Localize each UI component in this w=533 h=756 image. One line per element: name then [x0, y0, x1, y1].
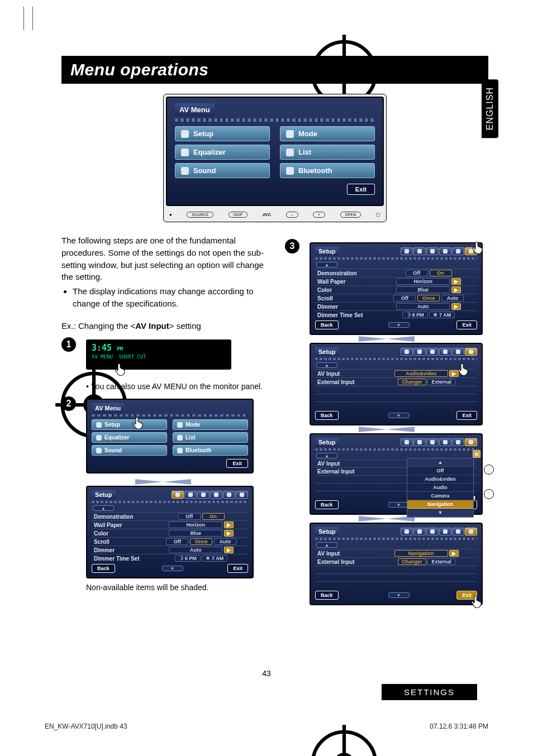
list-icon — [177, 435, 183, 441]
screen-transition-icon — [353, 427, 420, 432]
table-row: DimmerAuto ▶ — [92, 546, 248, 554]
gear-icon — [181, 130, 189, 138]
menu-item-mode[interactable]: Mode — [280, 126, 375, 141]
callout-1: 1 — [484, 489, 494, 499]
exit-button[interactable]: Exit — [347, 184, 375, 195]
footer-left: EN_KW-AVX710[U].indb 43 — [45, 722, 127, 730]
lang-tab-icon — [227, 492, 231, 497]
table-row: Wall PaperHorizon ▶ — [92, 521, 248, 529]
menu-item-bluetooth[interactable]: Bluetooth — [173, 445, 248, 456]
menu-item-list[interactable]: List — [280, 145, 375, 160]
screen-transition-icon — [130, 479, 197, 485]
hand-icon — [470, 240, 486, 256]
menu-item-sound[interactable]: Sound — [175, 163, 270, 178]
hand-icon — [456, 362, 472, 377]
display-tab-icon — [175, 492, 180, 497]
menu-item-setup[interactable]: Setup — [175, 126, 270, 141]
step-2-badge: 2 — [61, 396, 76, 411]
menu-item-list[interactable]: List — [173, 432, 248, 443]
device-button-bar: ● SOURCE DISP JVC – + OPEN ▢ — [166, 209, 384, 219]
step-1-badge: 1 — [61, 337, 76, 352]
intro-bullet: The display indications may change accor… — [73, 285, 265, 310]
footer-right: 07.12.6 3:31:48 PM — [430, 722, 488, 730]
speaker-icon — [181, 167, 189, 175]
hand-icon — [113, 362, 129, 377]
menu-item-sound[interactable]: Sound — [92, 445, 167, 456]
av-menu-title: AV Menu — [175, 103, 215, 116]
brightness-icon — [286, 130, 294, 138]
chevron-right-icon[interactable]: ▶ — [224, 547, 234, 553]
av-input-dropdown[interactable]: ▲ Off Audio&video Audio Camera Navigatio… — [407, 458, 474, 518]
open-button[interactable]: OPEN — [340, 212, 361, 218]
brightness-icon — [177, 422, 183, 428]
menu-item-mode[interactable]: Mode — [173, 419, 248, 430]
table-row: Dimmer Time Set☽ 6 PM ☀ 7 AM — [92, 554, 248, 563]
setup-screen: Setup ▲ AV InputNavigation ▶ External In… — [310, 523, 483, 605]
scroll-up-button[interactable]: ▲ — [93, 505, 114, 511]
back-button[interactable]: Back — [92, 564, 115, 573]
list-icon — [286, 149, 294, 156]
gear-icon — [96, 422, 102, 428]
disp-button[interactable]: DISP — [229, 212, 248, 218]
source-button[interactable]: SOURCE — [187, 212, 213, 218]
hand-icon — [469, 594, 485, 610]
monitor-panel-strip: 3:45 PM AV MENU SHORT CUT — [86, 339, 231, 370]
page-number: 43 — [262, 669, 271, 678]
table-row: ColorBlue ▶ — [92, 529, 248, 538]
intro-paragraph: The following steps are one of the funda… — [61, 235, 265, 283]
av-menu-screen: AV Menu Setup Mode Equalizer List Sound … — [166, 97, 384, 206]
chevron-right-icon[interactable]: ▶ — [224, 530, 234, 537]
close-dropdown-button[interactable]: ✕ — [473, 450, 480, 458]
step-3-badge: 3 — [285, 239, 299, 253]
tuner-tab-icon — [214, 492, 218, 497]
screen-transition-icon — [353, 336, 420, 342]
scroll-down-button[interactable]: ▼ — [162, 566, 183, 571]
chevron-right-icon[interactable]: ▶ — [224, 521, 234, 528]
table-row: ScrollOff Once Auto — [92, 538, 248, 546]
equalizer-icon — [181, 149, 189, 156]
bluetooth-icon — [177, 448, 183, 453]
setup-screen: Setup ▲ DemonstrationOff On — [86, 486, 254, 578]
exit-button[interactable]: Exit — [456, 320, 477, 329]
brand-logo: JVC — [263, 212, 272, 217]
exit-button[interactable]: Exit — [227, 564, 248, 573]
clock-tab-icon — [188, 492, 193, 497]
setup-screen: Setup ▲ DemonstrationOff On Wall PaperHo… — [310, 242, 483, 335]
language-tab: ENGLISH — [482, 79, 498, 138]
equalizer-icon — [96, 435, 102, 441]
input-tab-icon — [240, 492, 244, 497]
exit-button[interactable]: Exit — [226, 459, 248, 468]
scroll-up-button[interactable]: ▲ — [316, 262, 337, 267]
speaker-icon — [96, 448, 102, 453]
table-row: DemonstrationOff On — [92, 513, 248, 521]
setup-screen-dropdown: Setup ▲ AV Input External Input ✕ ▲ Off — [310, 433, 483, 515]
non-available-note: Non-available items will be shaded. — [86, 583, 265, 592]
av-menu-screen-small: AV Menu Setup Mode Equalizer List Sound … — [86, 399, 254, 473]
bluetooth-icon — [286, 167, 294, 175]
setup-tabs[interactable] — [401, 247, 477, 255]
menu-item-setup[interactable]: Setup — [92, 419, 167, 430]
hand-icon — [131, 415, 146, 431]
back-button[interactable]: Back — [315, 320, 339, 329]
disc-tab-icon — [201, 492, 206, 497]
setup-tabs[interactable] — [172, 491, 248, 499]
menu-item-equalizer[interactable]: Equalizer — [175, 145, 270, 160]
example-label: Ex.: Changing the <AV Input> setting — [61, 320, 265, 332]
callout-2: 2 — [484, 465, 494, 475]
menu-item-bluetooth[interactable]: Bluetooth — [280, 163, 375, 178]
step2-note: You can also use AV MENU on the monitor … — [91, 382, 263, 391]
minus-button[interactable]: – — [286, 212, 298, 218]
setup-screen: Setup ▲ AV InputAudio&video ▶ External I… — [310, 343, 483, 425]
settings-section-label: SETTINGS — [382, 684, 477, 700]
menu-item-equalizer[interactable]: Equalizer — [92, 432, 167, 443]
page-title: Menu operations — [61, 56, 488, 84]
plus-button[interactable]: + — [313, 212, 325, 218]
